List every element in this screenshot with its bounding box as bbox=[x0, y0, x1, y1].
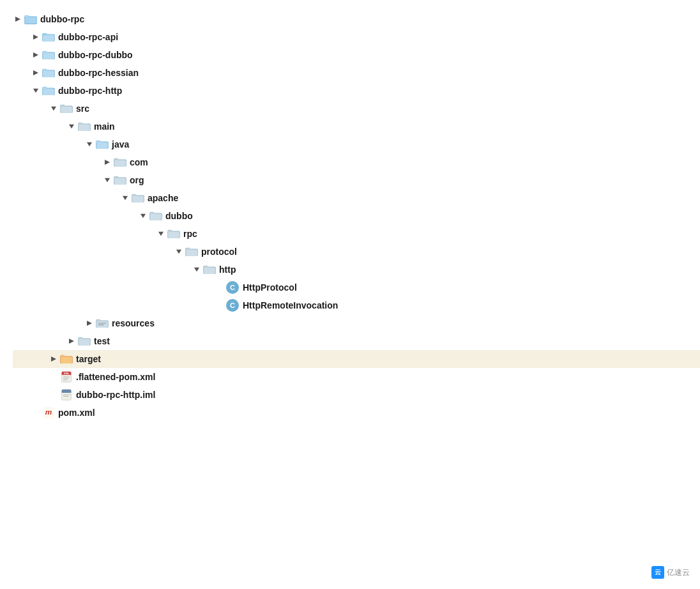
folder-icon-http-folder bbox=[203, 264, 216, 275]
svg-marker-46 bbox=[141, 214, 146, 218]
label-dubbo-rpc-dubbo: dubbo-rpc-dubbo bbox=[58, 50, 133, 60]
label-dubbo-rpc-http-iml: dubbo-rpc-http.iml bbox=[76, 390, 155, 400]
svg-marker-42 bbox=[123, 196, 128, 200]
toggle-main[interactable] bbox=[66, 121, 77, 132]
folder-icon-main bbox=[78, 121, 91, 132]
toggle-org[interactable] bbox=[102, 175, 112, 185]
folder-icon-target bbox=[60, 354, 73, 364]
toggle-placeholder-4 bbox=[49, 390, 59, 400]
folder-icon-dubbo-rpc-http bbox=[42, 86, 55, 96]
tree-row-dubbo[interactable]: dubbo bbox=[13, 207, 700, 225]
toggle-dubbo[interactable] bbox=[138, 211, 148, 221]
folder-icon-com bbox=[114, 157, 126, 167]
toggle-placeholder-3 bbox=[49, 372, 59, 382]
svg-rect-61 bbox=[204, 267, 215, 274]
tree-row-flattened-pom[interactable]: XML .flattened-pom.xml bbox=[13, 368, 700, 386]
file-tree: dubbo-rpc dubbo-rpc-api dub bbox=[0, 0, 700, 432]
tree-row-dubbo-rpc-hessian[interactable]: dubbo-rpc-hessian bbox=[13, 64, 700, 82]
label-dubbo-rpc: dubbo-rpc bbox=[40, 14, 84, 24]
toggle-test[interactable] bbox=[66, 336, 77, 346]
tree-row-dubbo-rpc[interactable]: dubbo-rpc bbox=[13, 10, 700, 28]
label-src: src bbox=[76, 103, 89, 114]
toggle-protocol[interactable] bbox=[174, 247, 184, 257]
svg-rect-25 bbox=[61, 106, 72, 113]
svg-text:XML: XML bbox=[64, 372, 70, 375]
tree-row-target[interactable]: target bbox=[13, 350, 700, 368]
folder-icon-src bbox=[60, 103, 73, 114]
tree-row-dubbo-rpc-http[interactable]: dubbo-rpc-http bbox=[13, 82, 700, 100]
tree-row-org[interactable]: org bbox=[13, 171, 700, 189]
tree-row-src[interactable]: src bbox=[13, 100, 700, 118]
toggle-dubbo-rpc-dubbo[interactable] bbox=[31, 50, 41, 60]
toggle-rpc[interactable] bbox=[156, 229, 166, 239]
label-flattened-pom: .flattened-pom.xml bbox=[76, 372, 155, 382]
svg-rect-85 bbox=[62, 392, 72, 393]
toggle-placeholder-2 bbox=[215, 300, 225, 310]
folder-icon-java bbox=[96, 139, 109, 149]
toggle-http-folder[interactable] bbox=[192, 264, 202, 275]
svg-rect-65 bbox=[96, 321, 108, 328]
maven-file-icon: m bbox=[42, 408, 55, 418]
tree-row-apache[interactable]: apache bbox=[13, 189, 700, 207]
label-pom-xml: pom.xml bbox=[58, 408, 95, 418]
toggle-dubbo-rpc-hessian[interactable] bbox=[31, 68, 41, 78]
svg-rect-49 bbox=[150, 213, 162, 220]
tree-row-main[interactable]: main bbox=[13, 118, 700, 135]
label-org: org bbox=[130, 175, 144, 185]
toggle-src[interactable] bbox=[49, 103, 59, 114]
tree-row-dubbo-rpc-api[interactable]: dubbo-rpc-api bbox=[13, 28, 700, 46]
svg-marker-68 bbox=[69, 339, 74, 344]
svg-marker-62 bbox=[87, 321, 92, 326]
tree-row-resources[interactable]: resources bbox=[13, 314, 700, 332]
svg-marker-0 bbox=[15, 17, 20, 22]
svg-marker-14 bbox=[33, 70, 38, 75]
tree-row-test[interactable]: test bbox=[13, 332, 700, 350]
label-dubbo-rpc-api: dubbo-rpc-api bbox=[58, 32, 118, 42]
tree-row-dubbo-rpc-dubbo[interactable]: dubbo-rpc-dubbo bbox=[13, 46, 700, 64]
folder-icon-dubbo-rpc-api bbox=[42, 32, 55, 42]
toggle-dubbo-rpc[interactable] bbox=[13, 14, 23, 24]
tree-row-HttpRemoteInvocation[interactable]: C HttpRemoteInvocation bbox=[13, 296, 700, 314]
svg-rect-37 bbox=[114, 160, 126, 167]
toggle-java[interactable] bbox=[84, 139, 95, 149]
folder-icon-dubbo-rpc bbox=[24, 14, 37, 24]
folder-icon-dubbo-rpc-dubbo bbox=[42, 50, 55, 60]
label-apache: apache bbox=[148, 193, 178, 203]
svg-marker-38 bbox=[105, 178, 110, 182]
toggle-apache[interactable] bbox=[120, 193, 130, 203]
tree-row-rpc[interactable]: rpc bbox=[13, 225, 700, 243]
svg-rect-4 bbox=[25, 17, 36, 24]
label-HttpRemoteInvocation: HttpRemoteInvocation bbox=[243, 300, 338, 310]
folder-icon-rpc bbox=[167, 229, 180, 239]
tree-row-com[interactable]: com bbox=[13, 153, 700, 171]
tree-row-http-folder[interactable]: http bbox=[13, 261, 700, 279]
toggle-dubbo-rpc-api[interactable] bbox=[31, 32, 41, 42]
svg-rect-53 bbox=[168, 231, 179, 238]
folder-icon-apache bbox=[132, 193, 144, 203]
toggle-resources[interactable] bbox=[84, 318, 95, 328]
svg-marker-10 bbox=[33, 52, 38, 57]
toggle-dubbo-rpc-http[interactable] bbox=[31, 86, 41, 96]
tree-row-java[interactable]: java bbox=[13, 135, 700, 153]
toggle-com[interactable] bbox=[102, 157, 112, 167]
svg-marker-72 bbox=[51, 356, 56, 362]
toggle-placeholder-1 bbox=[215, 282, 225, 293]
label-main: main bbox=[94, 121, 115, 132]
tree-row-dubbo-rpc-http-iml[interactable]: dubbo-rpc-http.iml bbox=[13, 386, 700, 404]
watermark: 云 亿速云 bbox=[651, 566, 690, 579]
svg-marker-26 bbox=[69, 125, 74, 128]
toggle-target[interactable] bbox=[49, 354, 59, 364]
label-com: com bbox=[130, 157, 148, 167]
svg-rect-13 bbox=[43, 52, 54, 59]
folder-icon-org bbox=[114, 175, 126, 185]
svg-rect-71 bbox=[79, 339, 90, 346]
tree-row-HttpProtocol[interactable]: C HttpProtocol bbox=[13, 279, 700, 296]
label-resources: resources bbox=[112, 318, 155, 328]
tree-row-pom-xml[interactable]: m pom.xml bbox=[13, 404, 700, 422]
folder-icon-dubbo bbox=[149, 211, 162, 221]
svg-rect-45 bbox=[132, 195, 144, 203]
folder-icon-test bbox=[78, 336, 91, 346]
svg-marker-22 bbox=[51, 107, 56, 111]
tree-row-protocol[interactable]: protocol bbox=[13, 243, 700, 261]
svg-marker-50 bbox=[158, 232, 164, 236]
